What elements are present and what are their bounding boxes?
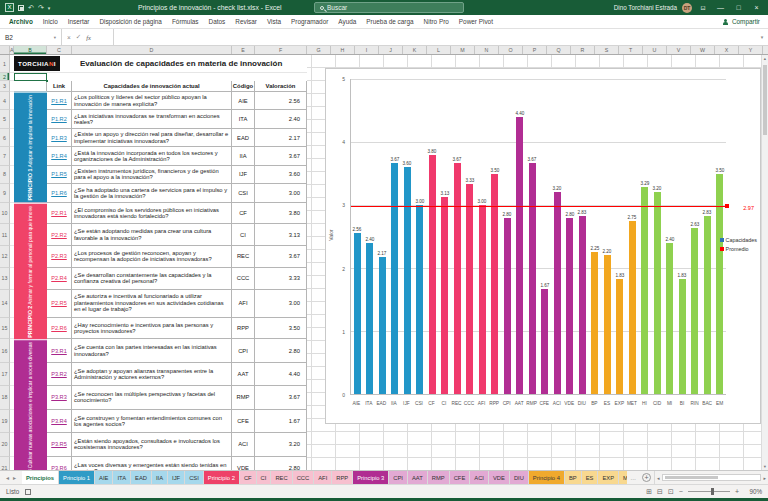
sheet-tab-rmp[interactable]: RMP (428, 471, 450, 484)
horizontal-scroll-track[interactable] (662, 474, 762, 481)
question-cell[interactable]: ¿Se adoptan y apoyan alianzas transparen… (72, 363, 232, 386)
code-cell[interactable]: AIE (232, 92, 255, 110)
row-number[interactable]: 7 (0, 147, 10, 165)
code-cell[interactable]: CF (232, 203, 255, 225)
value-cell[interactable]: 3.33 (255, 268, 307, 290)
ribbon-tab-nitro-pro[interactable]: Nitro Pro (419, 16, 454, 27)
column-header-x[interactable]: X (715, 46, 739, 54)
column-header-n[interactable]: N (475, 46, 499, 54)
bar-cfe[interactable] (541, 289, 548, 394)
column-header-o[interactable]: O (499, 46, 523, 54)
code-cell[interactable]: RPP (232, 318, 255, 340)
scroll-right-icon[interactable]: ▸ (763, 475, 766, 481)
bar-csi[interactable] (416, 205, 423, 394)
bar-mi[interactable] (666, 243, 673, 394)
link-cell[interactable]: P2.R5 (47, 290, 72, 318)
row-number[interactable]: 9 (0, 184, 10, 202)
row-number[interactable]: 18 (0, 386, 10, 409)
row-number[interactable]: 12 (0, 246, 10, 268)
column-header-v[interactable]: V (667, 46, 691, 54)
code-cell[interactable]: AAT (232, 363, 255, 386)
code-cell[interactable]: CSI (232, 184, 255, 202)
question-cell[interactable]: ¿Los procesos de gestión reconocen, apoy… (72, 246, 232, 268)
legend-capacidades[interactable]: Capacidades (720, 237, 757, 243)
bar-afi[interactable] (479, 205, 486, 394)
redo-icon[interactable]: ↷ (38, 4, 44, 12)
code-cell[interactable]: VDE (232, 457, 255, 470)
question-cell[interactable]: ¿Existen instrumentos jurídicos, financi… (72, 166, 232, 184)
link-cell[interactable]: P2.R6 (47, 318, 72, 340)
value-cell[interactable]: 4.40 (255, 363, 307, 386)
row-number[interactable]: 17 (0, 363, 10, 386)
bar-cpi[interactable] (504, 218, 511, 394)
question-cell[interactable]: ¿Se ha adoptado una cartera de servicios… (72, 184, 232, 202)
row-number[interactable]: 21 (0, 457, 10, 470)
scroll-up-icon[interactable]: ▴ (762, 56, 768, 61)
sheet-tab-aat[interactable]: AAT (408, 471, 428, 484)
row-number[interactable]: 20 (0, 433, 10, 456)
sheet-tab-principio-3[interactable]: Principio 3 (353, 471, 389, 484)
question-cell[interactable]: ¿Existe un apoyo y dirección real para d… (72, 129, 232, 147)
page-layout-view-icon[interactable]: ⊟ (657, 488, 663, 496)
bar-ci[interactable] (441, 197, 448, 394)
code-cell[interactable]: CFE (232, 410, 255, 433)
column-header-w[interactable]: W (691, 46, 715, 54)
sheet-tab-cpi[interactable]: CPI (389, 471, 408, 484)
link-cell[interactable]: P1.R2 (47, 110, 72, 128)
question-cell[interactable]: ¿Se reconocen las múltiples perspectivas… (72, 386, 232, 409)
column-header-j[interactable]: J (379, 46, 403, 54)
name-box-caret-icon[interactable]: ▾ (54, 35, 56, 40)
row-number[interactable]: 4 (0, 92, 10, 110)
sheet-tab-ci[interactable]: CI (257, 471, 272, 484)
value-cell[interactable]: 2.80 (255, 339, 307, 362)
sheet-tab-rpp[interactable]: RPP (332, 471, 353, 484)
link-cell[interactable]: P1.R4 (47, 147, 72, 165)
row-number[interactable]: 14 (0, 290, 10, 318)
code-cell[interactable]: AFI (232, 290, 255, 318)
code-cell[interactable]: RMP (232, 386, 255, 409)
column-header-i[interactable]: I (355, 46, 379, 54)
minimize-button[interactable]: — (714, 4, 727, 11)
value-cell[interactable]: 3.67 (255, 386, 307, 409)
question-cell[interactable]: ¿Se autoriza e incentiva al funcionariad… (72, 290, 232, 318)
bar-ijf[interactable] (404, 167, 411, 394)
sheet-tab-principio-1[interactable]: Principio 1 (59, 471, 95, 484)
row-number-selected[interactable]: 2 (0, 73, 10, 81)
question-cell[interactable]: ¿El compromiso de los servidores público… (72, 203, 232, 225)
column-header-s[interactable]: S (595, 46, 619, 54)
question-cell[interactable]: ¿Se construyen y fomentan entendimientos… (72, 410, 232, 433)
ribbon-display-options-icon[interactable]: ⊡ (697, 4, 709, 11)
column-header-t[interactable]: T (619, 46, 643, 54)
value-cell[interactable]: 1.67 (255, 410, 307, 433)
sheet-tab-ead[interactable]: EAD (131, 471, 152, 484)
ribbon-tab-revisar[interactable]: Revisar (230, 16, 262, 27)
legend-promedio[interactable]: Promedio (720, 246, 757, 252)
question-cell[interactable]: ¿Los políticos y líderes del sector públ… (72, 92, 232, 110)
value-cell[interactable]: 3.00 (255, 290, 307, 318)
sheet-tab-principios[interactable]: Principios (22, 471, 59, 484)
sheet-tab-bp[interactable]: BP (565, 471, 582, 484)
value-cell[interactable]: 2.17 (255, 129, 307, 147)
link-cell[interactable]: P2.R2 (47, 224, 72, 246)
column-header-q[interactable]: Q (547, 46, 571, 54)
value-cell[interactable]: 3.20 (255, 433, 307, 456)
value-cell[interactable]: 3.00 (255, 184, 307, 202)
sheet-tab-iia[interactable]: IIA (152, 471, 168, 484)
scroll-down-icon[interactable]: ▾ (762, 464, 768, 469)
value-cell[interactable]: 3.67 (255, 147, 307, 165)
bar-ita[interactable] (366, 243, 373, 394)
row-number[interactable]: 6 (0, 129, 10, 147)
link-cell[interactable]: P3.R6 (47, 457, 72, 470)
link-cell[interactable]: P2.R4 (47, 268, 72, 290)
bar-ead[interactable] (379, 257, 386, 394)
column-header-r[interactable]: R (571, 46, 595, 54)
zoom-in-icon[interactable]: + (735, 488, 739, 495)
link-cell[interactable]: P3.R1 (47, 339, 72, 362)
code-cell[interactable]: CCC (232, 268, 255, 290)
ribbon-tab-datos[interactable]: Datos (204, 16, 231, 27)
question-cell[interactable]: ¿Están siendo apoyados, consultados e in… (72, 433, 232, 456)
sheet-tab-ita[interactable]: ITA (113, 471, 131, 484)
selected-cell-b2[interactable] (14, 73, 47, 81)
formula-bar-expand-icon[interactable]: ▾ (756, 29, 768, 45)
code-cell[interactable]: IIA (232, 147, 255, 165)
